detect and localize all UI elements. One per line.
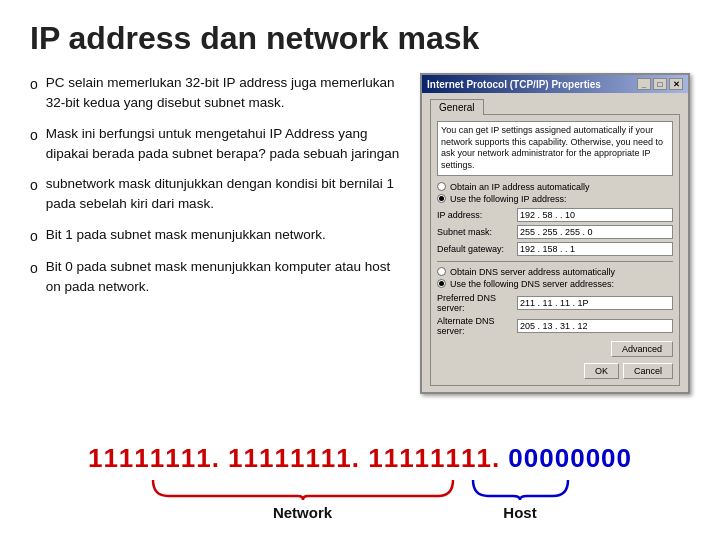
subnet-mask-field-row: Subnet mask: 255 . 255 . 255 . 0 xyxy=(437,225,673,239)
use-ip-label: Use the following IP address: xyxy=(450,194,566,204)
use-ip-radio[interactable]: Use the following IP address: xyxy=(437,194,673,204)
radio-circle-selected xyxy=(437,279,446,288)
cancel-button[interactable]: Cancel xyxy=(623,363,673,379)
network-bits: 11111111. 11111111. 11111111. xyxy=(88,443,500,473)
preferred-dns-row: Preferred DNS server: 211 . 11 . 11 . 1P xyxy=(437,293,673,313)
content-area: o PC selain memerlukan 32-bit IP address… xyxy=(30,73,690,394)
use-dns-label: Use the following DNS server addresses: xyxy=(450,279,614,289)
list-item: o Bit 1 pada subnet mask menunjukkan net… xyxy=(30,225,400,247)
dns-radio-group: Obtain DNS server address automatically … xyxy=(437,267,673,289)
ip-address-label: IP address: xyxy=(437,210,517,220)
obtain-ip-label: Obtain an IP address automatically xyxy=(450,182,589,192)
bullet-text: Bit 1 pada subnet mask menunjukkan netwo… xyxy=(46,225,400,247)
bullet-list: o PC selain memerlukan 32-bit IP address… xyxy=(30,73,400,394)
binary-section: 11111111. 11111111. 11111111. 00000000 N… xyxy=(30,443,690,522)
dialog-titlebar-buttons: _ □ ✕ xyxy=(637,78,683,90)
obtain-dns-radio[interactable]: Obtain DNS server address automatically xyxy=(437,267,673,277)
ok-button[interactable]: OK xyxy=(584,363,619,379)
list-item: o PC selain memerlukan 32-bit IP address… xyxy=(30,73,400,114)
dialog-body: General You can get IP settings assigned… xyxy=(422,93,688,392)
subnet-mask-label: Subnet mask: xyxy=(437,227,517,237)
host-label: Host xyxy=(503,504,536,521)
radio-circle xyxy=(437,182,446,191)
radio-circle-selected xyxy=(437,194,446,203)
bullet-marker: o xyxy=(30,175,38,215)
bullet-text: Mask ini berfungsi untuk mengetahui IP A… xyxy=(46,124,400,165)
bullet-text: Bit 0 pada subnet mask menunjukkan kompu… xyxy=(46,257,400,298)
radio-circle xyxy=(437,267,446,276)
obtain-ip-radio[interactable]: Obtain an IP address automatically xyxy=(437,182,673,192)
list-item: o Bit 0 pada subnet mask menunjukkan kom… xyxy=(30,257,400,298)
gateway-label: Default gateway: xyxy=(437,244,517,254)
maximize-button[interactable]: □ xyxy=(653,78,667,90)
tcp-ip-dialog: Internet Protocol (TCP/IP) Properties _ … xyxy=(420,73,690,394)
ip-address-input[interactable]: 192 . 58 . . 10 xyxy=(517,208,673,222)
ip-address-field-row: IP address: 192 . 58 . . 10 xyxy=(437,208,673,222)
bullet-marker: o xyxy=(30,226,38,247)
dialog-buttons: OK Cancel xyxy=(437,363,673,379)
minimize-button[interactable]: _ xyxy=(637,78,651,90)
preferred-dns-label: Preferred DNS server: xyxy=(437,293,517,313)
obtain-dns-label: Obtain DNS server address automatically xyxy=(450,267,615,277)
advanced-button[interactable]: Advanced xyxy=(611,341,673,357)
close-button[interactable]: ✕ xyxy=(669,78,683,90)
gateway-input[interactable]: 192 . 158 . . 1 xyxy=(517,242,673,256)
alternate-dns-label: Alternate DNS server: xyxy=(437,316,517,336)
bullet-marker: o xyxy=(30,74,38,114)
list-item: o subnetwork mask ditunjukkan dengan kon… xyxy=(30,174,400,215)
host-bits: 00000000 xyxy=(500,443,632,473)
bullet-text: subnetwork mask ditunjukkan dengan kondi… xyxy=(46,174,400,215)
general-tab[interactable]: General xyxy=(430,99,484,115)
network-label: Network xyxy=(273,504,332,521)
divider xyxy=(437,261,673,262)
bullet-text: PC selain memerlukan 32-bit IP address j… xyxy=(46,73,400,114)
gateway-field-row: Default gateway: 192 . 158 . . 1 xyxy=(437,242,673,256)
dialog-title: Internet Protocol (TCP/IP) Properties xyxy=(427,79,601,90)
slide-title: IP address dan network mask xyxy=(30,20,690,57)
use-dns-radio[interactable]: Use the following DNS server addresses: xyxy=(437,279,673,289)
obtain-ip-radio-group: Obtain an IP address automatically Use t… xyxy=(437,182,673,204)
subnet-mask-input[interactable]: 255 . 255 . 255 . 0 xyxy=(517,225,673,239)
dialog-content: You can get IP settings assigned automat… xyxy=(430,114,680,386)
alternate-dns-row: Alternate DNS server: 205 . 13 . 31 . 12 xyxy=(437,316,673,336)
slide: IP address dan network mask o PC selain … xyxy=(0,0,720,540)
dialog-description: You can get IP settings assigned automat… xyxy=(437,121,673,176)
bullet-marker: o xyxy=(30,125,38,165)
list-item: o Mask ini berfungsi untuk mengetahui IP… xyxy=(30,124,400,165)
bullet-marker: o xyxy=(30,258,38,298)
alternate-dns-input[interactable]: 205 . 13 . 31 . 12 xyxy=(517,319,673,333)
preferred-dns-input[interactable]: 211 . 11 . 11 . 1P xyxy=(517,296,673,310)
binary-row: 11111111. 11111111. 11111111. 00000000 xyxy=(30,443,690,474)
dialog-titlebar: Internet Protocol (TCP/IP) Properties _ … xyxy=(422,75,688,93)
